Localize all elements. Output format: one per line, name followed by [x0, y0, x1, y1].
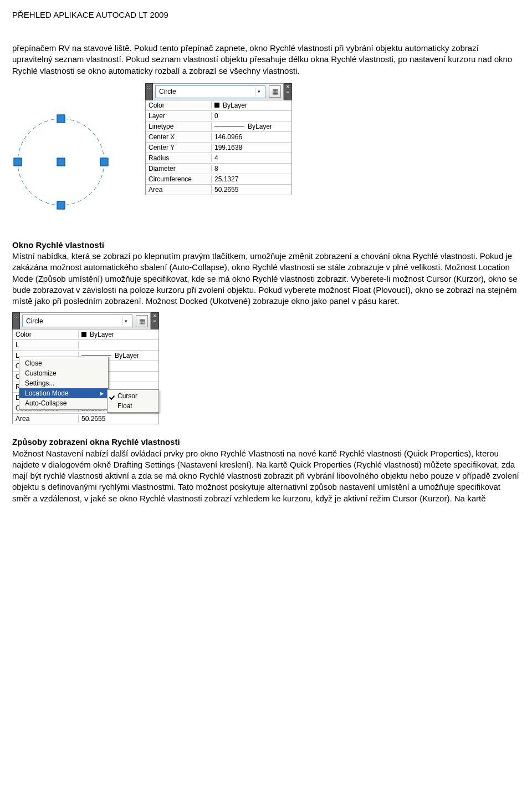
property-label: Circumference [146, 175, 212, 183]
menu-item[interactable]: Customize [19, 368, 108, 378]
chevron-down-icon: ▾ [122, 317, 130, 325]
property-row[interactable]: Layer0 [146, 110, 291, 121]
customize-button[interactable]: ▦ [269, 85, 281, 98]
grip-south[interactable] [57, 201, 65, 209]
close-icon[interactable]: ✕ [153, 314, 157, 318]
object-type-value: Circle [26, 317, 43, 325]
page-header: PŘEHLED APLIKACE AUTOCAD LT 2009 [12, 10, 520, 19]
property-value[interactable]: ByLayer [212, 101, 291, 109]
context-menu: CloseCustomizeSettings...Location Mode▶A… [19, 357, 109, 410]
close-icon[interactable]: ✕ [286, 85, 290, 89]
options-icon[interactable]: ≡ [287, 90, 289, 95]
options-icon[interactable]: ≡ [154, 319, 156, 324]
color-swatch [81, 332, 86, 337]
menu-item[interactable]: Close [19, 358, 108, 368]
section-2-body: Místní nabídka, která se zobrazí po klep… [12, 251, 518, 306]
grip-east[interactable] [100, 158, 109, 166]
submenu-item[interactable]: Cursor [108, 391, 158, 401]
property-value-text: ByLayer [90, 331, 114, 338]
property-value[interactable]: 146.0966 [212, 133, 291, 141]
grip-north[interactable] [57, 114, 65, 123]
property-label: Diameter [146, 165, 212, 172]
panel-controls: ✕ ≡ [151, 312, 159, 329]
chevron-down-icon: ▾ [255, 88, 263, 96]
panel-drag-handle[interactable] [145, 83, 153, 100]
property-value[interactable]: 4 [212, 154, 291, 162]
property-value[interactable]: ByLayer [79, 331, 158, 338]
menu-item-label: Settings... [25, 379, 54, 387]
menu-item[interactable]: Settings... [19, 378, 108, 388]
color-swatch [214, 103, 219, 108]
section-3: Způsoby zobrazení okna Rychlé vlastnosti… [12, 437, 520, 504]
property-row[interactable]: Center X146.0966 [146, 131, 291, 142]
property-value[interactable]: 50.2655 [79, 415, 158, 423]
submenu-item[interactable]: Float [108, 401, 158, 411]
property-value[interactable]: 199.1638 [212, 144, 291, 151]
location-mode-submenu: CursorFloat [107, 389, 159, 413]
object-type-select[interactable]: Circle ▾ [22, 314, 132, 327]
object-type-value: Circle [159, 88, 176, 95]
menu-item[interactable]: Location Mode▶ [19, 388, 108, 398]
property-label: Area [13, 415, 79, 423]
property-value-text: ByLayer [223, 101, 247, 109]
property-value[interactable]: 8 [212, 165, 291, 172]
quick-properties-panel: Circle ▾ ▦ ✕ ≡ ColorByLayerLayer0Linetyp… [145, 83, 292, 195]
property-row[interactable]: Circumference25.1327 [146, 174, 291, 184]
menu-item-label: Customize [25, 369, 57, 377]
customize-icon: ▦ [272, 88, 278, 95]
property-row[interactable]: Diameter8 [146, 163, 291, 174]
figure-circle-with-quick-properties: Circle ▾ ▦ ✕ ≡ ColorByLayerLayer0Linetyp… [12, 83, 520, 227]
grip-center[interactable] [57, 158, 65, 166]
linetype-preview [214, 126, 244, 126]
property-label: Layer [146, 112, 212, 120]
property-label: Center X [146, 133, 212, 141]
figure-quick-properties-context-menu: Circle ▾ ▦ ✕ ≡ ColorByLayerLLByLayerC5.0… [12, 312, 167, 424]
menu-item[interactable]: Auto-Collapse [19, 398, 108, 408]
menu-item-label: Auto-Collapse [25, 399, 66, 407]
property-row[interactable]: Radius4 [146, 153, 291, 163]
customize-button[interactable]: ▦ [136, 315, 148, 327]
property-label: Color [13, 331, 79, 338]
section-3-body: Možnost Nastavení nabízí další ovládací … [12, 449, 519, 503]
property-value-text: ByLayer [115, 352, 139, 359]
property-value-text: 0 [214, 112, 218, 120]
property-row[interactable]: Area50.2655 [13, 413, 158, 424]
property-value-text: 50.2655 [214, 186, 238, 194]
property-row[interactable]: Center Y199.1638 [146, 142, 291, 153]
property-value[interactable]: 0 [212, 112, 291, 120]
panel-drag-handle[interactable] [12, 312, 20, 329]
property-value-text: 8 [214, 165, 218, 172]
panel-controls: ✕ ≡ [284, 83, 292, 100]
section-2-title: Okno Rychlé vlastnosti [12, 240, 104, 250]
property-row[interactable]: L [13, 339, 158, 350]
property-row[interactable]: ColorByLayer [146, 100, 291, 110]
submenu-arrow-icon: ▶ [100, 391, 104, 396]
property-row[interactable]: LinetypeByLayer [146, 121, 291, 131]
property-row[interactable]: ColorByLayer [13, 329, 158, 339]
property-label: Linetype [146, 123, 212, 130]
selected-circle-drawing [1, 100, 117, 227]
property-value[interactable]: 50.2655 [212, 186, 291, 194]
property-value-text: 199.1638 [214, 144, 242, 151]
object-type-select[interactable]: Circle ▾ [155, 85, 265, 98]
property-label: Center Y [146, 144, 212, 151]
property-value-text: ByLayer [248, 123, 272, 130]
linetype-preview [81, 356, 111, 356]
property-label: Area [146, 186, 212, 194]
property-label: L [13, 341, 79, 349]
property-grid: ColorByLayerLayer0LinetypeByLayerCenter … [145, 100, 292, 195]
grip-west[interactable] [14, 158, 22, 166]
property-value-text: 50.2655 [81, 415, 105, 423]
customize-icon: ▦ [139, 317, 145, 325]
property-label: Color [146, 101, 212, 109]
property-value-text: 25.1327 [214, 175, 238, 183]
section-2: Okno Rychlé vlastnosti Místní nabídka, k… [12, 240, 520, 307]
menu-item-label: Location Mode [25, 389, 69, 397]
menu-item-label: Close [25, 359, 42, 367]
property-value[interactable]: 25.1327 [212, 175, 291, 183]
property-value[interactable]: ByLayer [212, 123, 291, 130]
property-row[interactable]: Area50.2655 [146, 184, 291, 195]
paragraph-intro: přepínačem RV na stavové liště. Pokud te… [12, 43, 520, 77]
property-value-text: 4 [214, 154, 218, 162]
property-value-text: 146.0966 [214, 133, 242, 141]
